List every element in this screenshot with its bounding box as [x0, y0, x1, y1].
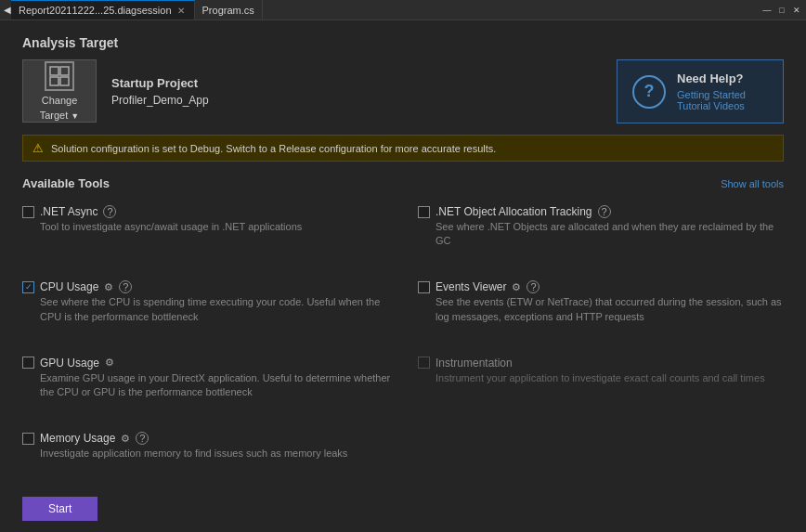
start-button[interactable]: Start — [22, 497, 98, 521]
analysis-target-row: Change Target ▼ Startup Project Profiler… — [0, 59, 806, 123]
tool-header-memory-usage: Memory Usage ⚙ ? — [22, 432, 396, 445]
gear-icon-cpu-usage[interactable]: ⚙ — [104, 281, 113, 293]
need-help-box: ? Need Help? Getting Started Tutorial Vi… — [617, 59, 784, 123]
tool-item-memory-usage: Memory Usage ⚙ ? Investigate application… — [22, 424, 403, 486]
tool-name-dotnet-object-allocation: .NET Object Allocation Tracking — [436, 205, 592, 218]
svg-rect-2 — [50, 77, 58, 85]
main-content: Analysis Target Change Target ▼ Startup … — [0, 20, 806, 532]
tool-item-gpu-usage: GPU Usage ⚙ Examine GPU usage in your Di… — [22, 349, 403, 424]
tool-item-instrumentation: Instrumentation Instrument your applicat… — [403, 349, 784, 424]
tools-title: Available Tools — [22, 176, 110, 190]
tab-scroll-left[interactable]: ◀ — [4, 5, 11, 15]
title-bar: ◀ Report20211222...25.diagsession ✕ Prog… — [0, 0, 806, 20]
tool-item-empty — [403, 424, 784, 486]
svg-rect-3 — [60, 77, 69, 85]
tab-diagsession-label: Report20211222...25.diagsession — [19, 5, 172, 16]
tab-diagsession-close[interactable]: ✕ — [176, 5, 187, 17]
maximize-button[interactable]: □ — [776, 5, 787, 16]
tab-list: ◀ Report20211222...25.diagsession ✕ Prog… — [4, 0, 263, 19]
tab-program-cs[interactable]: Program.cs — [195, 0, 263, 19]
tool-checkbox-dotnet-async[interactable] — [22, 206, 34, 218]
help-icon: ? — [632, 75, 666, 109]
need-help-tutorial-videos[interactable]: Tutorial Videos — [677, 100, 746, 111]
svg-rect-1 — [60, 67, 69, 75]
need-help-title: Need Help? — [677, 71, 746, 85]
window-controls: — □ ✕ — [761, 5, 802, 16]
tool-name-instrumentation: Instrumentation — [436, 357, 513, 370]
tool-checkbox-events-viewer[interactable] — [418, 281, 430, 293]
help-icon-dotnet-async[interactable]: ? — [103, 205, 116, 218]
tool-desc-dotnet-object-allocation: See where .NET Objects are allocated and… — [418, 220, 784, 249]
show-all-tools-link[interactable]: Show all tools — [721, 178, 784, 189]
tool-desc-memory-usage: Investigate application memory to find i… — [22, 447, 396, 461]
tool-checkbox-dotnet-object-allocation[interactable] — [418, 206, 430, 218]
tool-header-cpu-usage: CPU Usage ⚙ ? — [22, 280, 396, 293]
tools-grid: .NET Async ? Tool to investigate async/a… — [0, 198, 806, 486]
tool-header-gpu-usage: GPU Usage ⚙ — [22, 357, 396, 370]
tool-name-events-viewer: Events Viewer — [436, 280, 506, 293]
warning-icon: ⚠ — [32, 141, 44, 155]
need-help-getting-started[interactable]: Getting Started — [677, 89, 746, 100]
tool-header-instrumentation: Instrumentation — [418, 357, 784, 370]
tool-header-events-viewer: Events Viewer ⚙ ? — [418, 280, 784, 293]
startup-project-area: Change Target ▼ Startup Project Profiler… — [22, 59, 209, 123]
tool-checkbox-gpu-usage[interactable] — [22, 357, 34, 369]
tool-header-dotnet-async: .NET Async ? — [22, 205, 396, 218]
tool-checkbox-memory-usage[interactable] — [22, 433, 34, 445]
change-target-button[interactable]: Change Target ▼ — [22, 59, 97, 123]
tools-header: Available Tools Show all tools — [0, 162, 806, 198]
change-target-sublabel: Target ▼ — [40, 110, 80, 121]
help-icon-memory-usage[interactable]: ? — [136, 432, 149, 445]
tool-desc-dotnet-async: Tool to investigate async/await usage in… — [22, 220, 396, 234]
gear-icon-memory-usage[interactable]: ⚙ — [121, 433, 130, 445]
help-icon-dotnet-object-allocation[interactable]: ? — [598, 205, 611, 218]
change-target-label: Change — [42, 95, 78, 106]
tool-name-cpu-usage: CPU Usage — [40, 280, 98, 293]
tool-header-dotnet-object-allocation: .NET Object Allocation Tracking ? — [418, 205, 784, 218]
tool-item-dotnet-async: .NET Async ? Tool to investigate async/a… — [22, 198, 403, 273]
help-icon-events-viewer[interactable]: ? — [526, 280, 540, 293]
warning-bar: ⚠ Solution configuration is set to Debug… — [22, 135, 784, 162]
tab-diagsession[interactable]: Report20211222...25.diagsession ✕ — [11, 0, 195, 19]
tool-name-memory-usage: Memory Usage — [40, 432, 115, 445]
gear-icon-events-viewer[interactable]: ⚙ — [512, 281, 521, 293]
tool-checkbox-instrumentation — [418, 357, 430, 369]
startup-project-value: Profiler_Demo_App — [111, 94, 209, 107]
bottom-bar: Start — [0, 486, 806, 532]
tool-item-dotnet-object-allocation: .NET Object Allocation Tracking ? See wh… — [403, 198, 784, 273]
tool-desc-cpu-usage: See where the CPU is spending time execu… — [22, 295, 396, 324]
tool-checkbox-cpu-usage[interactable] — [22, 281, 34, 293]
tool-item-events-viewer: Events Viewer ⚙ ? See the events (ETW or… — [403, 273, 784, 348]
svg-rect-0 — [50, 67, 58, 75]
change-target-icon — [45, 61, 74, 91]
startup-project-title: Startup Project — [111, 76, 209, 90]
close-button[interactable]: ✕ — [791, 5, 802, 16]
tool-item-cpu-usage: CPU Usage ⚙ ? See where the CPU is spend… — [22, 273, 403, 348]
help-icon-cpu-usage[interactable]: ? — [119, 280, 132, 293]
tool-desc-gpu-usage: Examine GPU usage in your DirectX applic… — [22, 371, 396, 400]
warning-text: Solution configuration is set to Debug. … — [51, 143, 496, 154]
analysis-target-section-header: Analysis Target — [0, 20, 806, 59]
tool-desc-events-viewer: See the events (ETW or NetTrace) that oc… — [418, 295, 784, 324]
tool-name-dotnet-async: .NET Async — [40, 205, 98, 218]
tool-desc-instrumentation: Instrument your application to investiga… — [418, 371, 784, 385]
gear-icon-gpu-usage[interactable]: ⚙ — [105, 357, 114, 369]
minimize-button[interactable]: — — [761, 5, 773, 16]
tool-name-gpu-usage: GPU Usage — [40, 357, 99, 370]
need-help-content: Need Help? Getting Started Tutorial Vide… — [677, 71, 746, 111]
tab-program-cs-label: Program.cs — [202, 5, 254, 16]
startup-info: Startup Project Profiler_Demo_App — [111, 76, 209, 107]
